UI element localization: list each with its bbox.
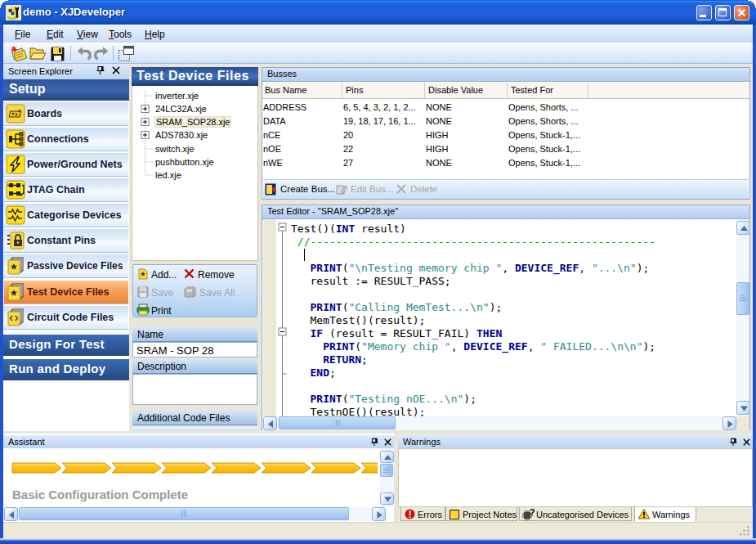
svg-text:?: ? [530, 509, 535, 517]
